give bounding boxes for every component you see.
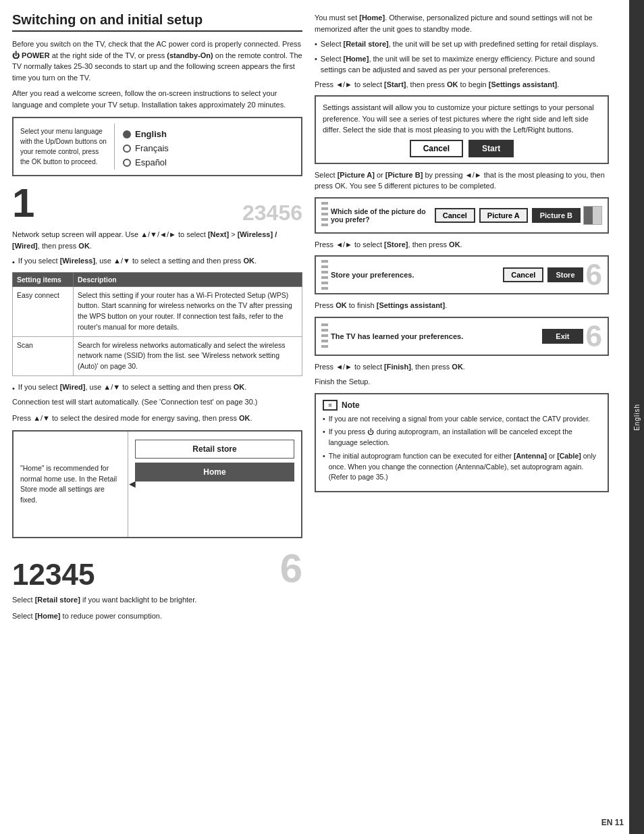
note-icon: ≡ xyxy=(323,400,338,411)
picture-a-button[interactable]: Picture A xyxy=(479,208,528,223)
cancel-button-1[interactable]: Cancel xyxy=(410,140,463,157)
settings-assistant-box: Settings assistant will allow you to cus… xyxy=(315,95,609,164)
main-content: Switching on and initial setup Before yo… xyxy=(0,0,629,834)
page-title: Switching on and initial setup xyxy=(12,12,302,32)
table-row: Scan Search for wireless networks automa… xyxy=(13,336,302,375)
language-options: English Français Español xyxy=(115,124,294,170)
lang-francais[interactable]: Français xyxy=(123,143,294,153)
retail-store-option[interactable]: Retail store xyxy=(135,440,294,459)
finish-setup-text: Finish the Setup. xyxy=(315,376,609,388)
arrow-icon: ◄ xyxy=(127,478,138,490)
store-preferences-box: Store your preferences. Cancel Store 6 xyxy=(315,255,609,294)
other-steps-1: 2 3 4 5 6 xyxy=(242,202,302,224)
network-settings-table: Setting items Description Easy connect S… xyxy=(12,272,302,376)
select-retail-label: Select [Retail store] if you want backli… xyxy=(12,594,302,606)
press-store-text: Press ◄/► to select [Store], then press … xyxy=(315,239,609,251)
must-set-home-text: You must set [Home]. Otherwise, personal… xyxy=(315,12,609,34)
home-bullet: • Select [Home], the unit will be set to… xyxy=(315,53,609,76)
note-box: ≡ Note • If you are not receiving a sign… xyxy=(315,393,609,493)
wireless-bullet: • If you select [Wireless], use ▲/▼ to s… xyxy=(12,255,302,268)
picture-buttons: Cancel Picture A Picture B xyxy=(435,208,581,223)
picture-stripe xyxy=(321,202,328,229)
table-cell-scan-desc: Search for wireless networks automatical… xyxy=(74,336,302,375)
retail-bullet: • Select [Retail store], the unit will b… xyxy=(315,38,609,50)
store-box-label: Store your preferences. xyxy=(331,271,500,279)
note-header: ≡ Note xyxy=(323,400,601,411)
note-bullet-3: • The initial autoprogram function can b… xyxy=(323,451,601,483)
sidebar-tab: English xyxy=(629,0,644,834)
table-row: Easy connect Select this setting if your… xyxy=(13,286,302,336)
step-6-exit: 6 xyxy=(586,321,602,351)
table-header-description: Description xyxy=(74,272,302,286)
radio-dot-espanol xyxy=(123,159,131,167)
lang-english[interactable]: English xyxy=(123,129,294,139)
right-column: You must set [Home]. Otherwise, personal… xyxy=(315,12,609,822)
press-finish-text: Press ◄/► to select [Finish], then press… xyxy=(315,361,609,373)
page-number: EN 11 xyxy=(601,818,624,827)
page: English Switching on and initial setup B… xyxy=(0,0,644,834)
table-cell-scan: Scan xyxy=(13,336,74,375)
intro-paragraph-1: Before you switch on the TV, check that … xyxy=(12,38,302,83)
step-number-row-1: 1 2 3 4 5 6 xyxy=(12,183,302,224)
settings-box-text: Settings assistant will allow you to cus… xyxy=(323,102,601,136)
store-stripe xyxy=(321,260,328,290)
press-ok-finish-text: Press OK to finish [Settings assistant]. xyxy=(315,300,609,311)
picture-preference-box: Which side of the picture do you prefer?… xyxy=(315,197,609,234)
table-cell-easy-connect-desc: Select this setting if your router has a… xyxy=(74,286,302,336)
network-text: Network setup screen will appear. Use ▲/… xyxy=(12,229,302,251)
language-instruction: Select your menu language with the Up/Do… xyxy=(20,124,115,170)
step-6-right: 6 xyxy=(280,545,302,592)
exit-button[interactable]: Exit xyxy=(542,329,583,344)
sidebar-label: English xyxy=(633,404,641,431)
table-header-setting: Setting items xyxy=(13,272,74,286)
current-step-1: 1 xyxy=(12,183,34,224)
exit-box: The TV has learned your preferences. Exi… xyxy=(315,317,609,356)
cancel-button-2[interactable]: Cancel xyxy=(435,208,475,223)
standby-label: (standby-On) xyxy=(167,51,213,59)
language-select-box: Select your menu language with the Up/Do… xyxy=(12,117,302,176)
note-bullet-1: • If you are not receiving a signal from… xyxy=(323,414,601,425)
exit-label: The TV has learned your preferences. xyxy=(331,332,539,340)
wired-bullet: • If you select [Wired], use ▲/▼ to sele… xyxy=(12,382,302,394)
home-option[interactable]: Home xyxy=(135,463,294,481)
home-retail-box: "Home" is recommended for normal home us… xyxy=(12,430,302,538)
connection-test-text: Connection test will start automatically… xyxy=(12,396,302,408)
step-number-row-2: 1 2 3 4 5 6 xyxy=(12,545,302,592)
intro-paragraph-2: After you read a welcome screen, follow … xyxy=(12,88,302,110)
note-bullet-2: • If you press ⏻ during autoprogram, an … xyxy=(323,427,601,448)
press-arrows-text: Press ▲/▼ to select the desired mode for… xyxy=(12,413,302,424)
lang-espanol[interactable]: Español xyxy=(123,157,294,167)
select-home-label: Select [Home] to reduce power consumptio… xyxy=(12,610,302,622)
store-button[interactable]: Store xyxy=(547,267,583,282)
radio-dot-francais xyxy=(123,145,131,153)
table-cell-easy-connect: Easy connect xyxy=(13,286,74,336)
store-buttons: Cancel Store xyxy=(503,267,583,282)
home-retail-left: "Home" is recommended for normal home us… xyxy=(14,432,128,537)
radio-dot-english xyxy=(123,130,131,138)
cancel-button-3[interactable]: Cancel xyxy=(503,267,543,282)
power-label: POWER xyxy=(22,51,50,59)
press-start-text: Press ◄/► to select [Start], then press … xyxy=(315,79,609,90)
picture-select-text: Select [Picture A] or [Picture B] by pre… xyxy=(315,170,609,192)
power-symbol: ⏻ xyxy=(12,51,22,59)
picture-thumbnail xyxy=(583,206,602,225)
picture-b-button[interactable]: Picture B xyxy=(532,208,581,223)
settings-box-buttons: Cancel Start xyxy=(323,140,601,157)
step-numbers-left-2: 1 2 3 4 5 xyxy=(12,558,95,592)
note-title: Note xyxy=(342,400,360,410)
left-column: Switching on and initial setup Before yo… xyxy=(12,12,302,822)
step-6-store: 6 xyxy=(586,260,602,290)
home-retail-options: Retail store Home xyxy=(128,432,301,537)
start-button[interactable]: Start xyxy=(468,140,514,157)
exit-stripe xyxy=(321,323,328,349)
picture-box-label: Which side of the picture do you prefer? xyxy=(331,207,432,224)
